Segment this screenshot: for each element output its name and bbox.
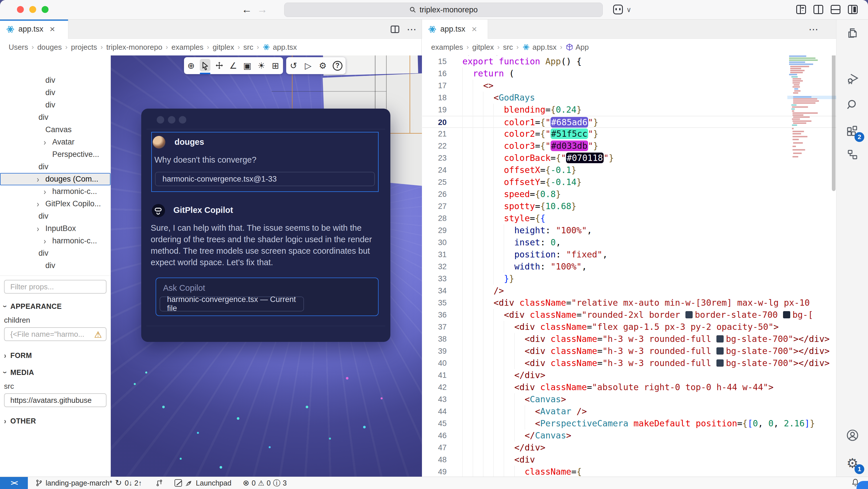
- tree-item-canvas[interactable]: Canvas: [0, 123, 111, 136]
- chevron-down-icon[interactable]: ∨: [626, 6, 631, 14]
- code-line[interactable]: 25 offsetY={-0.14}: [422, 176, 836, 188]
- code-line[interactable]: 16 return (: [422, 67, 836, 80]
- ask-copilot-input[interactable]: Ask Copilot harmonic-convergence.tsx — C…: [156, 278, 379, 316]
- code-line[interactable]: 27 spotty={10.68}: [422, 200, 836, 212]
- code-line[interactable]: 21 color2={"#51f5cc"}: [422, 128, 836, 140]
- code-line[interactable]: 35 <div className="relative mx-auto min-…: [422, 297, 836, 309]
- tree-item-douges-com-[interactable]: ›douges (Com...: [0, 173, 111, 185]
- code-line[interactable]: 39 <div className="h-3 w-3 rounded-full …: [422, 345, 836, 357]
- code-line[interactable]: 44 <Avatar />: [422, 405, 836, 418]
- remote-indicator[interactable]: ><: [0, 477, 28, 489]
- section-media[interactable]: › MEDIA: [4, 368, 106, 377]
- close-window-button[interactable]: [17, 6, 24, 13]
- split-vertical-icon[interactable]: [813, 5, 823, 14]
- code-line[interactable]: 46 </Canvas>: [422, 430, 836, 441]
- help-icon[interactable]: ?: [330, 57, 345, 74]
- assistant-avatar-icon[interactable]: [613, 5, 623, 15]
- play-icon[interactable]: ▷: [301, 57, 315, 74]
- settings-gear-icon[interactable]: ⚙ 1: [836, 452, 868, 474]
- more-actions-icon[interactable]: ⋯: [407, 26, 417, 32]
- tree-item-div[interactable]: div: [0, 210, 111, 222]
- tree-item-perspective-[interactable]: Perspective...: [0, 148, 111, 161]
- settings-icon[interactable]: ⚙: [315, 57, 330, 74]
- translate-tool-icon[interactable]: [212, 57, 226, 74]
- code-line[interactable]: 26 speed={0.8}: [422, 188, 836, 200]
- breadcrumb-item[interactable]: app.tsx: [522, 43, 557, 52]
- code-line[interactable]: 24 offsetX={-0.1}: [422, 164, 836, 176]
- rotate-tool-icon[interactable]: ∠: [226, 57, 240, 74]
- color-swatch[interactable]: #070118: [566, 152, 603, 163]
- code-line[interactable]: 37 <div className="flex gap-1.5 px-3 py-…: [422, 321, 836, 333]
- chevron-right-icon[interactable]: ›: [43, 234, 52, 249]
- split-editor-icon[interactable]: [391, 26, 399, 33]
- code-line[interactable]: 19 blending={0.24}: [422, 104, 836, 116]
- code-line[interactable]: 40 <div className="h-3 w-3 rounded-full …: [422, 357, 836, 369]
- code-line[interactable]: 17 <>: [422, 80, 836, 92]
- breadcrumb-item[interactable]: Users: [9, 43, 28, 52]
- tree-item-avatar[interactable]: ›Avatar: [0, 136, 111, 148]
- breadcrumb-item[interactable]: douges: [37, 43, 62, 52]
- color-swatch[interactable]: #d033db: [551, 141, 588, 151]
- close-tab-icon[interactable]: ×: [472, 24, 477, 34]
- section-other[interactable]: › OTHER: [4, 417, 106, 425]
- filter-props-input[interactable]: [4, 280, 106, 294]
- light-icon[interactable]: ☀: [254, 57, 268, 74]
- breadcrumb-item[interactable]: App: [566, 43, 589, 52]
- breadcrumb-item[interactable]: triplex-monorepo: [106, 43, 162, 52]
- code-editor[interactable]: Open in Triplex 15export function App() …: [422, 55, 836, 477]
- zoom-window-button[interactable]: [42, 6, 49, 13]
- code-line[interactable]: 48 <div: [422, 454, 836, 466]
- section-appearance[interactable]: › APPEARANCE: [4, 302, 106, 311]
- code-line[interactable]: 49 className={: [422, 466, 836, 477]
- src-input[interactable]: [4, 393, 106, 407]
- code-line[interactable]: 20 color1={"#685ad6"}: [422, 116, 836, 128]
- color-swatch[interactable]: #685ad6: [551, 117, 588, 127]
- context-file-chip[interactable]: harmonic-convergence.tsx — Current file: [160, 296, 304, 312]
- project-search-input[interactable]: triplex-monorepo: [284, 3, 603, 17]
- color-decorator[interactable]: [685, 311, 693, 318]
- code-line[interactable]: 43 <Canvas>: [422, 393, 836, 405]
- tree-item-div[interactable]: div: [0, 99, 111, 111]
- breadcrumb-item[interactable]: projects: [71, 43, 97, 52]
- breadcrumb-right[interactable]: examples›gitplex›src›app.tsx›App: [422, 39, 836, 55]
- color-decorator[interactable]: [716, 359, 724, 367]
- tree-item-div[interactable]: div: [0, 161, 111, 173]
- copy-files-icon[interactable]: [836, 22, 868, 45]
- tab-app-tsx-left[interactable]: app.tsx ×: [0, 20, 68, 39]
- forward-icon[interactable]: →: [257, 3, 268, 16]
- code-line[interactable]: 31 position: "fixed",: [422, 249, 836, 261]
- launchpad-item[interactable]: Launchpad: [175, 479, 231, 487]
- scrollbar-thumb[interactable]: [832, 55, 836, 191]
- tree-item-inputbox[interactable]: ›InputBox: [0, 222, 111, 235]
- color-swatch[interactable]: #51f5cc: [551, 128, 588, 139]
- code-line[interactable]: 47 </div>: [422, 441, 836, 454]
- code-line[interactable]: 22 color3={"#d033db"}: [422, 140, 836, 152]
- code-line[interactable]: 42 <div className="absolute right-0 top-…: [422, 381, 836, 393]
- breadcrumb-item[interactable]: src: [243, 43, 253, 52]
- select-tool-icon[interactable]: [198, 57, 212, 74]
- tree-item-div[interactable]: div: [0, 111, 111, 123]
- file-reference-chip[interactable]: harmonic-convergence.tsx@1-33: [155, 172, 375, 186]
- breadcrumb-item[interactable]: gitplex: [472, 43, 494, 52]
- tree-item-div[interactable]: div: [0, 259, 111, 272]
- more-actions-icon[interactable]: ⋯: [809, 26, 819, 32]
- children-input[interactable]: [4, 327, 106, 341]
- code-line[interactable]: 45 <PerspectiveCamera makeDefault positi…: [422, 418, 836, 430]
- split-horizontal-icon[interactable]: [831, 5, 840, 14]
- chevron-right-icon[interactable]: ›: [43, 135, 52, 150]
- code-line[interactable]: 28 style={{: [422, 212, 836, 224]
- code-line[interactable]: 34 />: [422, 285, 836, 297]
- toggle-sidebar-icon[interactable]: [848, 5, 858, 14]
- breadcrumb-left[interactable]: Users›douges›projects›triplex-monorepo›e…: [0, 39, 422, 55]
- color-decorator[interactable]: [716, 335, 724, 343]
- code-line[interactable]: 32 width: "100%",: [422, 261, 836, 272]
- color-decorator[interactable]: [716, 347, 724, 354]
- scale-tool-icon[interactable]: ▣: [240, 57, 254, 74]
- breadcrumb-item[interactable]: examples: [172, 43, 203, 52]
- tree-item-div[interactable]: div: [0, 86, 111, 99]
- hierarchy-icon[interactable]: [836, 143, 868, 166]
- search-icon[interactable]: [836, 93, 868, 116]
- grid-icon[interactable]: ⊞: [268, 57, 282, 74]
- account-icon[interactable]: [836, 424, 868, 447]
- undo-icon[interactable]: ↺: [286, 57, 301, 74]
